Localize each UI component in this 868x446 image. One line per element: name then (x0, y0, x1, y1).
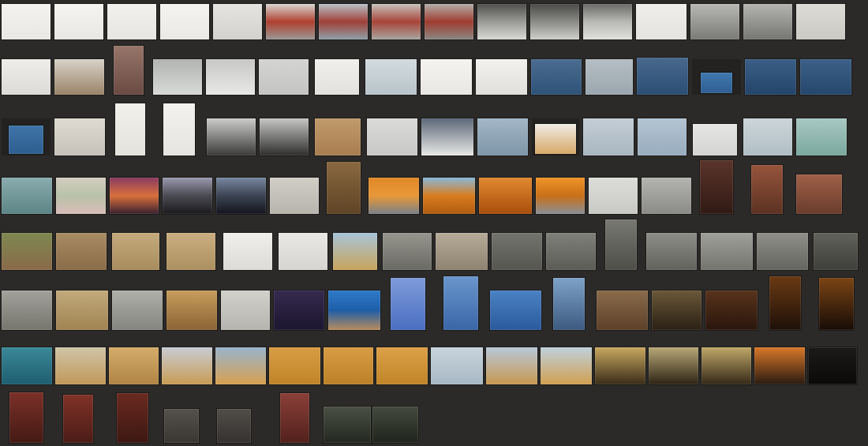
thumb-lone-tree-snow-1[interactable] (54, 4, 103, 39)
thumb-frost-trees-sketch[interactable] (796, 4, 845, 39)
thumb-fire-sparks-portrait[interactable] (819, 278, 854, 330)
thumb-eagle-fishing-teal[interactable] (796, 118, 847, 156)
thumb-leopard-thicket-bw[interactable] (814, 233, 858, 270)
thumb-camel-caravan-dune[interactable] (109, 347, 159, 384)
thumb-crane-preening-portrait[interactable] (115, 103, 145, 156)
thumb-acacia-savanna[interactable] (166, 290, 217, 330)
thumb-crane-display-dark-water[interactable] (207, 118, 256, 156)
thumb-rhino-grazing-bw[interactable] (646, 233, 697, 270)
thumb-birds-row-highkey[interactable] (636, 4, 687, 39)
thumb-ruins-red-figure-1[interactable] (164, 409, 199, 443)
thumb-zebras-highkey-1[interactable] (223, 233, 272, 270)
thumb-abstract-pastel-ice[interactable] (56, 178, 106, 214)
thumb-zebra-herd-bw[interactable] (383, 233, 432, 270)
thumb-lion-yawning[interactable] (112, 233, 159, 270)
thumb-camels-sunset-orange[interactable] (754, 347, 805, 384)
thumb-fox-curled-snow-small[interactable] (535, 124, 576, 154)
thumb-swan-in-mist[interactable] (367, 118, 417, 156)
thumb-arch-sketch-bw[interactable] (270, 178, 319, 214)
thumb-crane-motion-reeds[interactable] (315, 118, 361, 156)
thumb-rhinos-resting-bw[interactable] (492, 233, 542, 270)
thumb-storm-clouds-herd-bw[interactable] (477, 4, 526, 39)
thumb-crane-display-2[interactable] (260, 118, 309, 156)
thumb-himba-village-goats[interactable] (2, 233, 52, 270)
thumb-rhino-pair-bw[interactable] (757, 233, 808, 270)
thumb-himba-child-portrait[interactable] (700, 160, 733, 214)
thumb-scarf-stream-dune[interactable] (486, 347, 537, 384)
thumb-snow-forest[interactable] (213, 4, 262, 39)
thumb-crane-landing-portrait[interactable] (163, 103, 195, 156)
thumb-snow-monkeys-huddle[interactable] (54, 59, 104, 95)
thumb-snow-monkey-faces-portrait[interactable] (114, 46, 144, 95)
thumb-storm-clouds-bw[interactable] (530, 4, 579, 39)
thumb-blue-window-portrait[interactable] (391, 278, 425, 330)
thumb-waterhole-wildlife[interactable] (56, 290, 108, 330)
thumb-quiver-tree-sunset[interactable] (110, 178, 159, 214)
thumb-zebras-highkey-2[interactable] (279, 233, 327, 270)
thumb-eagle-snow-mountain[interactable] (477, 118, 528, 156)
thumb-scarf-man-clouds[interactable] (431, 347, 483, 384)
thumb-lone-light-figure-dark[interactable] (808, 347, 857, 384)
thumb-weaving-workshop[interactable] (597, 290, 648, 330)
thumb-lion-pair-grass[interactable] (166, 233, 215, 270)
thumb-quiver-trees-cloudscape[interactable] (163, 178, 212, 214)
thumb-snow-mountains-lake[interactable] (421, 118, 473, 156)
thumb-riad-skylight[interactable] (652, 290, 702, 330)
thumb-dunes-distant-caravan[interactable] (55, 347, 106, 384)
thumb-blue-riad-door[interactable] (2, 347, 52, 384)
thumb-eagle-dive-sea[interactable] (637, 58, 688, 95)
thumb-scarf-man-blue-1[interactable] (324, 347, 373, 384)
thumb-quiver-trees-dusk[interactable] (216, 178, 266, 214)
thumb-red-turban-man[interactable] (117, 393, 148, 443)
thumb-eagle-gliding-snow[interactable] (693, 124, 737, 156)
thumb-skeleton-coast-bw[interactable] (642, 178, 691, 214)
thumb-camels-dawn-silhouette[interactable] (595, 347, 645, 384)
thumb-torii-gate-snow-2[interactable] (319, 4, 368, 39)
thumb-arid-plain-bw[interactable] (221, 290, 270, 330)
thumb-blue-hooded-man-portrait[interactable] (553, 278, 585, 330)
thumb-namib-dune-2[interactable] (479, 178, 532, 214)
thumb-tuareg-men-dune[interactable] (215, 347, 266, 384)
thumb-rhino-standing-bw[interactable] (546, 233, 596, 270)
thumb-cranes-snowfall-bw[interactable] (153, 59, 202, 95)
thumb-cranes-flock-row[interactable] (259, 59, 309, 95)
thumb-lone-tree-snow-3[interactable] (160, 4, 209, 39)
thumb-camels-sunburst-2[interactable] (702, 347, 751, 384)
thumb-elephant-herd-sepia[interactable] (436, 233, 488, 270)
thumb-storks-blue-sky[interactable] (328, 290, 380, 330)
thumb-duck-blue-water-small[interactable] (701, 73, 732, 93)
thumb-milky-way[interactable] (274, 290, 324, 330)
thumb-lone-tree-snow-2[interactable] (107, 4, 156, 39)
thumb-snow-ridge-monkeys[interactable] (2, 59, 51, 95)
thumb-red-robed-elder-arch[interactable] (9, 392, 43, 443)
thumb-etosha-pale-tree-bw[interactable] (589, 178, 638, 214)
thumb-eagle-splash-sea[interactable] (800, 59, 851, 95)
thumb-baboon-doves-bw[interactable] (2, 290, 52, 330)
thumb-snow-calligraphy-birds[interactable] (2, 4, 51, 39)
thumb-rhino-portrait-bw[interactable] (605, 219, 637, 270)
thumb-eagle-strike-sea[interactable] (531, 59, 582, 95)
thumb-eagle-skim-sea[interactable] (745, 59, 796, 95)
thumb-swan-takeoff-mist[interactable] (365, 59, 417, 95)
thumb-torii-gate-snow-1[interactable] (266, 4, 315, 39)
thumb-eagle-gray-sky[interactable] (586, 59, 633, 95)
thumb-cistern-columns[interactable] (324, 407, 371, 443)
thumb-berber-loom-portrait[interactable] (327, 162, 361, 214)
thumb-cistern-reflection[interactable] (372, 407, 418, 443)
thumb-camels-sunburst-1[interactable] (649, 347, 698, 384)
thumb-torii-gate-snow-3[interactable] (372, 4, 421, 39)
thumb-carnival-red-costume[interactable] (280, 393, 309, 443)
thumb-swan-flying-highkey[interactable] (315, 59, 359, 95)
thumb-eagle-over-ice[interactable] (743, 118, 792, 156)
thumb-blacksmith-torch-portrait[interactable] (769, 276, 801, 330)
thumb-ruins-red-figure-2[interactable] (217, 409, 251, 443)
thumb-night-market-fire[interactable] (705, 290, 758, 330)
thumb-cranes-dancing-pair[interactable] (206, 59, 255, 95)
thumb-scarf-man-white[interactable] (269, 347, 320, 384)
thumb-goat-herd-people[interactable] (56, 233, 107, 270)
thumb-chefchaouen-alley[interactable] (490, 290, 541, 330)
thumb-red-crowned-crane-pair[interactable] (54, 118, 105, 156)
thumb-torii-gate-snow-4[interactable] (425, 4, 473, 39)
thumb-scarf-man-blue-2[interactable] (376, 347, 428, 384)
thumb-swans-flying-sketch[interactable] (421, 59, 472, 95)
